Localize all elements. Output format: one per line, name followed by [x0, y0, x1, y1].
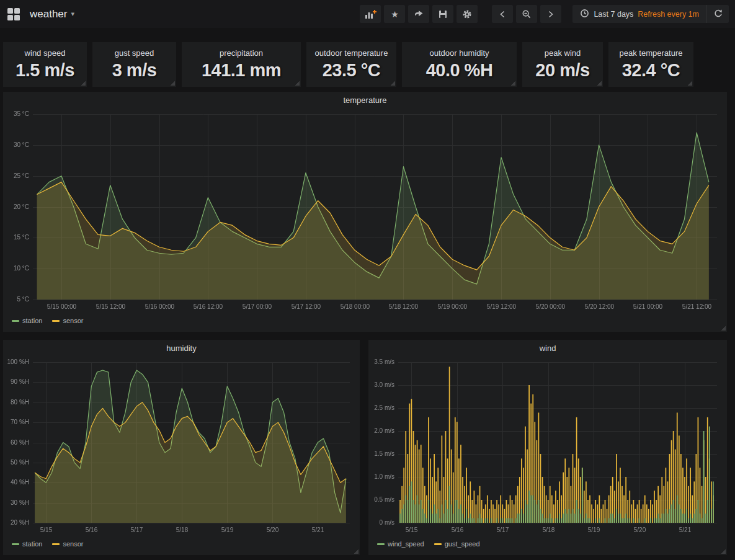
legend-label: sensor [63, 317, 83, 324]
logo-square [14, 8, 20, 14]
legend-item-sensor[interactable]: sensor [52, 540, 83, 548]
navbar-left: weather ▾ [7, 6, 78, 23]
panel-actions-group: ★ [357, 5, 478, 23]
stat-panel-outdoor-temperature: outdoor temperature 23.5 °C [306, 42, 396, 87]
refresh-interval-label: Refresh every 1m [638, 10, 699, 19]
resize-handle[interactable] [687, 81, 692, 86]
temperature-chart[interactable] [3, 108, 727, 313]
legend-item-station[interactable]: station [12, 540, 42, 548]
save-button[interactable] [432, 5, 453, 23]
stat-panel-outdoor-humidity: outdoor humidity 40.0 %H [402, 42, 517, 87]
logo-square [14, 15, 20, 20]
share-button[interactable] [408, 5, 429, 23]
stat-panel-precipitation: precipitation 141.1 mm [182, 42, 301, 87]
panel-title[interactable]: temperature [3, 92, 727, 108]
dashboard-title: weather [30, 8, 67, 20]
resize-handle[interactable] [170, 81, 175, 86]
panel-title[interactable]: humidity [3, 340, 360, 356]
grafana-logo[interactable] [7, 8, 20, 20]
stat-value: 20 m/s [535, 60, 589, 81]
stat-panel-peak-temperature: peak temperature 32.4 °C [608, 42, 693, 87]
legend-item-wind_speed[interactable]: wind_speed [377, 540, 424, 548]
add-panel-icon [365, 9, 376, 19]
resize-handle[interactable] [390, 81, 395, 86]
star-icon: ★ [391, 10, 399, 19]
zoom-out-icon [522, 9, 532, 19]
series-color-swatch [434, 543, 442, 545]
time-nav-group [489, 5, 561, 23]
stat-panel-peak-wind: peak wind 20 m/s [522, 42, 603, 87]
legend-label: sensor [63, 540, 83, 548]
panel-title[interactable]: wind [368, 340, 727, 356]
humidity-chart[interactable] [3, 356, 360, 536]
stat-title[interactable]: wind speed [25, 48, 66, 58]
time-forward-button[interactable] [540, 5, 561, 23]
stat-title[interactable]: precipitation [220, 48, 263, 58]
stat-value: 3 m/s [112, 60, 157, 81]
refresh-button[interactable] [706, 5, 729, 23]
stat-value: 23.5 °C [323, 60, 381, 81]
stat-value: 32.4 °C [622, 60, 680, 81]
stat-title[interactable]: peak temperature [620, 48, 683, 58]
wind-chart[interactable] [368, 356, 727, 536]
series-color-swatch [52, 320, 60, 322]
stat-row: wind speed 1.5 m/s gust speed 3 m/s prec… [3, 42, 727, 87]
legend-item-gust_speed[interactable]: gust_speed [434, 540, 480, 548]
time-back-button[interactable] [492, 5, 513, 23]
legend-item-station[interactable]: station [12, 317, 42, 324]
navbar-right: ★ [345, 5, 729, 23]
panel-temperature: temperature stationsensor [3, 92, 727, 332]
stat-panel-wind-speed: wind speed 1.5 m/s [3, 42, 87, 87]
chevron-left-icon [499, 10, 506, 19]
dashboard-title-dropdown[interactable]: weather ▾ [26, 6, 78, 23]
gear-icon [462, 9, 472, 19]
panel-humidity: humidity stationsensor [3, 340, 360, 555]
logo-square [7, 15, 13, 20]
legend-label: station [22, 317, 42, 324]
series-color-swatch [12, 543, 19, 545]
bottom-row: humidity stationsensor wind wind_speedgu… [3, 340, 727, 555]
legend-label: station [22, 540, 42, 548]
humidity-legend: stationsensor [3, 536, 360, 551]
settings-button[interactable] [457, 5, 478, 23]
timepicker-group: Last 7 days Refresh every 1m [572, 5, 729, 23]
resize-handle[interactable] [510, 81, 515, 86]
stat-value: 40.0 %H [426, 60, 493, 81]
legend-item-sensor[interactable]: sensor [52, 317, 83, 324]
navbar: weather ▾ ★ [0, 0, 735, 28]
legend-label: wind_speed [388, 540, 424, 548]
stat-title[interactable]: outdoor humidity [429, 48, 489, 58]
temperature-legend: stationsensor [3, 313, 727, 328]
refresh-icon [713, 9, 723, 20]
chevron-right-icon [547, 10, 555, 19]
stat-title[interactable]: gust speed [115, 48, 154, 58]
resize-handle[interactable] [354, 549, 359, 554]
stat-value: 141.1 mm [202, 60, 281, 81]
series-color-swatch [12, 320, 19, 322]
zoom-out-button[interactable] [516, 5, 537, 23]
stat-panel-gust-speed: gust speed 3 m/s [92, 42, 176, 87]
timepicker-button[interactable]: Last 7 days Refresh every 1m [572, 5, 706, 23]
clock-icon [580, 9, 589, 20]
save-icon [438, 9, 448, 19]
logo-square [7, 8, 13, 14]
panel-wind: wind wind_speedgust_speed [368, 340, 727, 555]
wind-legend: wind_speedgust_speed [368, 536, 727, 551]
legend-label: gust_speed [445, 540, 480, 548]
dashboard: wind speed 1.5 m/s gust speed 3 m/s prec… [0, 28, 735, 555]
caret-down-icon: ▾ [71, 10, 74, 18]
resize-handle[interactable] [81, 81, 86, 86]
resize-handle[interactable] [295, 81, 300, 86]
stat-title[interactable]: peak wind [545, 48, 581, 58]
resize-handle[interactable] [721, 326, 726, 331]
stat-title[interactable]: outdoor temperature [315, 48, 388, 58]
resize-handle[interactable] [597, 81, 602, 86]
series-color-swatch [377, 543, 385, 545]
add-panel-button[interactable] [360, 5, 381, 23]
share-icon [414, 10, 424, 19]
time-range-label: Last 7 days [594, 10, 633, 19]
star-button[interactable]: ★ [384, 5, 405, 23]
resize-handle[interactable] [721, 549, 726, 554]
series-color-swatch [52, 543, 60, 545]
stat-value: 1.5 m/s [16, 60, 74, 81]
